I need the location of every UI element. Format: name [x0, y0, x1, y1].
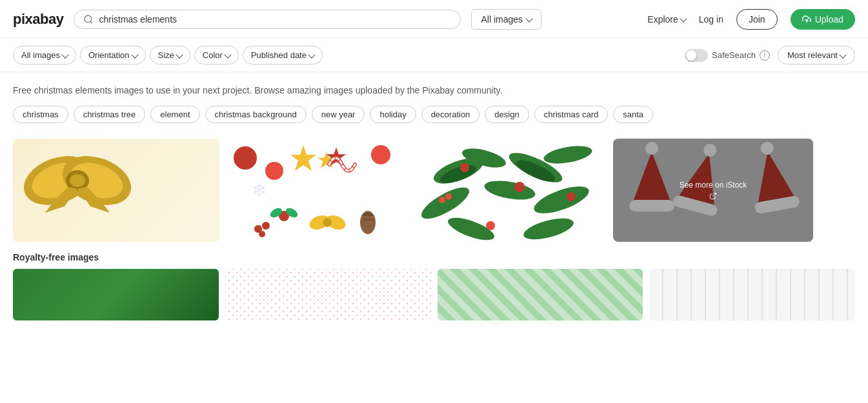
orientation-filter[interactable]: Orientation	[80, 46, 146, 64]
bottom-image-card[interactable]	[649, 269, 855, 320]
chevron-down-icon	[131, 51, 138, 58]
tag-button[interactable]: christmas tree	[74, 106, 146, 123]
tag-button[interactable]: christmas background	[205, 106, 307, 123]
search-input[interactable]: christmas elements	[99, 14, 451, 25]
safe-search-label: SafeSearch	[712, 50, 756, 60]
svg-point-26	[259, 231, 265, 237]
svg-point-23	[323, 218, 332, 227]
svg-point-0	[85, 15, 92, 23]
image-card-santa[interactable]: See more on iStock	[613, 139, 813, 242]
bow-image	[13, 139, 142, 222]
svg-point-43	[439, 197, 445, 203]
published-date-label: Published date	[251, 50, 307, 60]
tag-button[interactable]: holiday	[370, 106, 416, 123]
svg-line-1	[91, 21, 93, 23]
image-grid-top: ❄	[13, 139, 855, 242]
svg-point-44	[445, 193, 452, 200]
info-icon[interactable]: i	[760, 50, 770, 61]
bottom-image-card[interactable]	[225, 269, 431, 320]
tag-button[interactable]: christmas	[13, 106, 68, 123]
relevance-label: Most relevant	[787, 50, 838, 60]
tag-button[interactable]: new year	[312, 106, 365, 123]
login-button[interactable]: Log in	[699, 14, 723, 25]
size-label: Size	[158, 50, 174, 60]
explore-button[interactable]: Explore	[647, 14, 685, 25]
search-description: Free christmas elements images to use in…	[13, 85, 855, 95]
see-more-overlay[interactable]: See more on iStock	[613, 139, 813, 242]
svg-point-11	[265, 162, 283, 180]
image-card-pine[interactable]	[407, 139, 607, 242]
upload-button[interactable]: Upload	[791, 9, 855, 30]
royalty-free-label: Royalty-free images	[13, 252, 855, 262]
color-label: Color	[203, 50, 223, 60]
bottom-image-card[interactable]	[438, 269, 643, 320]
all-images-label: All images	[21, 50, 60, 60]
login-label: Log in	[699, 14, 723, 25]
published-date-filter[interactable]: Published date	[243, 46, 323, 64]
svg-line-55	[712, 193, 716, 197]
tag-button[interactable]: decoration	[421, 106, 480, 123]
bottom-image-card[interactable]	[13, 269, 219, 320]
join-button[interactable]: Join	[736, 9, 778, 30]
ornaments-image: ❄	[226, 139, 400, 242]
chevron-down-icon	[680, 15, 687, 22]
chevron-down-icon	[224, 51, 231, 58]
chevron-down-icon	[308, 51, 315, 58]
chevron-down-icon	[525, 15, 532, 22]
safe-search-area: SafeSearch i	[685, 49, 770, 62]
join-label: Join	[749, 14, 765, 25]
all-images-filter[interactable]: All images	[13, 46, 76, 64]
search-bar[interactable]: christmas elements	[74, 10, 461, 29]
upload-icon	[802, 15, 811, 24]
svg-text:❄: ❄	[252, 181, 267, 201]
tags-container: christmaschristmas treeelementchristmas …	[13, 106, 855, 123]
main-content: Free christmas elements images to use in…	[0, 72, 868, 333]
header: pixabay christmas elements All images Ex…	[0, 0, 868, 39]
svg-point-42	[486, 221, 495, 230]
color-filter[interactable]: Color	[194, 46, 239, 64]
nav-links: Explore Log in Join Upload	[647, 9, 855, 30]
search-icon	[83, 14, 94, 25]
svg-point-8	[70, 174, 85, 187]
relevance-button[interactable]: Most relevant	[778, 46, 855, 64]
tag-button[interactable]: christmas card	[534, 106, 609, 123]
image-type-dropdown[interactable]: All images	[471, 9, 541, 30]
explore-label: Explore	[647, 14, 678, 25]
orientation-label: Orientation	[88, 50, 130, 60]
image-card-bow[interactable]	[13, 139, 219, 242]
chevron-down-icon	[839, 51, 846, 58]
tag-button[interactable]: element	[150, 106, 199, 123]
image-card-ornaments[interactable]: ❄	[226, 139, 400, 242]
logo[interactable]: pixabay	[13, 11, 63, 28]
pine-image	[407, 139, 607, 242]
chevron-down-icon	[61, 51, 68, 58]
size-filter[interactable]: Size	[150, 46, 190, 64]
upload-label: Upload	[815, 14, 843, 25]
tag-button[interactable]: design	[485, 106, 529, 123]
svg-point-40	[514, 182, 525, 192]
filter-bar: All images Orientation Size Color Publis…	[0, 39, 868, 72]
bottom-grid	[13, 269, 855, 320]
external-link-icon	[709, 192, 717, 200]
image-type-label: All images	[481, 14, 523, 25]
see-more-text: See more on iStock	[680, 181, 747, 190]
svg-point-41	[567, 192, 576, 201]
svg-point-39	[460, 163, 469, 172]
chevron-down-icon	[176, 51, 183, 58]
tag-button[interactable]: santa	[613, 106, 653, 123]
safe-search-toggle[interactable]	[685, 49, 708, 62]
svg-point-25	[262, 222, 270, 230]
filter-right: SafeSearch i Most relevant	[685, 46, 855, 64]
svg-point-12	[371, 145, 390, 164]
svg-point-10	[234, 146, 257, 170]
